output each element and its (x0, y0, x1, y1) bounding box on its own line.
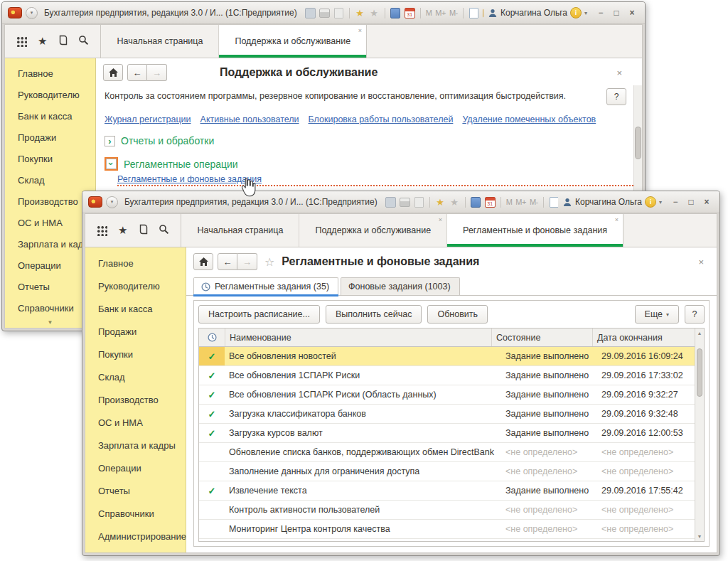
memory-plus-button[interactable]: M+ (515, 198, 526, 206)
user-menu[interactable]: Корчагина Ольга i ▾ (487, 7, 587, 18)
section-reports[interactable]: › Отчеты и обработки (96, 124, 642, 146)
user-menu[interactable]: Корчагина Ольга i ▾ (562, 196, 662, 208)
main-menu-dropdown-icon[interactable]: ▾ (106, 196, 118, 208)
calculator-icon[interactable] (390, 8, 401, 18)
app-logo-icon[interactable] (8, 7, 22, 18)
sections-menu-icon[interactable] (16, 36, 27, 47)
section-label[interactable]: Регламентные операции (124, 159, 238, 170)
sidebar-item-os-nma[interactable]: ОС и НМА (85, 411, 186, 434)
minimize-button[interactable]: − (668, 196, 682, 208)
tab-support[interactable]: Поддержка и обслуживание × (219, 25, 367, 58)
table-row[interactable]: ✓ Все обновления 1СПАРК Риски Задание вы… (199, 366, 704, 385)
sidebar-item-sklad[interactable]: Склад (5, 169, 95, 191)
title-bar[interactable]: ▾ Бухгалтерия предприятия, редакция 3.0 … (82, 191, 719, 213)
save-icon[interactable] (305, 8, 316, 18)
configure-schedule-button[interactable]: Настроить расписание... (198, 305, 320, 324)
scroll-up-icon[interactable]: ▲ (697, 331, 702, 336)
main-menu-dropdown-icon[interactable]: ▾ (26, 7, 38, 19)
scheduled-jobs-link[interactable]: Регламентные и фоновые задания (117, 174, 642, 186)
link-active-users[interactable]: Активные пользователи (200, 114, 299, 124)
sections-menu-icon[interactable] (97, 225, 107, 236)
scroll-down-icon[interactable]: ▼ (697, 534, 702, 539)
favorites-panel-icon[interactable]: ★ (38, 35, 47, 48)
sidebar-item-pokupki[interactable]: Покупки (5, 148, 95, 169)
sidebar-item-pokupki[interactable]: Покупки (85, 343, 186, 365)
scrollbar-thumb[interactable] (697, 348, 702, 397)
favorites-icon[interactable]: ★ (449, 197, 460, 208)
forward-button[interactable]: → (147, 64, 167, 81)
title-bar[interactable]: ▾ Бухгалтерия предприятия, редакция 3.0 … (2, 2, 645, 24)
sidebar-item-spravochniki[interactable]: Справочники (85, 502, 186, 525)
tab-support[interactable]: Поддержка и обслуживание × (299, 214, 447, 247)
search-panel-icon[interactable] (159, 224, 169, 237)
close-button[interactable]: × (700, 196, 714, 208)
back-button[interactable]: ← (218, 253, 237, 270)
info-icon[interactable]: i (570, 7, 582, 18)
table-row[interactable]: Заполнение данных для ограничения доступ… (199, 462, 704, 481)
table-row[interactable]: ✓ Все обновления новостей Задание выполн… (199, 347, 704, 366)
forward-button[interactable]: → (237, 253, 257, 270)
subtab-background-jobs[interactable]: Фоновые задания (1003) (341, 277, 460, 295)
print-preview-icon[interactable] (414, 197, 424, 208)
help-button[interactable]: ? (606, 88, 626, 105)
subtab-scheduled-jobs[interactable]: Регламентные задания (35) (193, 277, 338, 295)
table-row[interactable]: Контроль активности пользователей <не оп… (199, 501, 704, 520)
link-delete-marked[interactable]: Удаление помеченных объектов (462, 114, 596, 124)
add-favorite-icon[interactable]: ★ (355, 8, 365, 18)
table-row[interactable]: ✓ Загрузка классификатора банков Задание… (199, 405, 704, 424)
table-row[interactable]: Наличие новых эд в сервисе ЭДО <не опред… (199, 539, 704, 542)
more-button[interactable]: Еще ▾ (635, 305, 679, 324)
sidebar-item-sklad[interactable]: Склад (85, 365, 186, 388)
sidebar-item-proizvodstvo[interactable]: Производство (85, 388, 186, 411)
save-icon[interactable] (385, 197, 396, 208)
table-header[interactable]: Наименование Состояние Дата окончания (199, 328, 704, 347)
help-button[interactable]: ? (685, 305, 705, 324)
table-row[interactable]: Обновление списка банков, поддерживающих… (199, 443, 704, 462)
sidebar-item-bank[interactable]: Банк и касса (5, 105, 95, 127)
search-panel-icon[interactable] (78, 35, 89, 48)
calculator-icon[interactable] (471, 197, 481, 208)
app-logo-icon[interactable] (88, 196, 102, 208)
print-preview-icon[interactable] (333, 8, 344, 18)
maximize-button[interactable]: □ (609, 7, 623, 19)
print-icon[interactable] (319, 8, 330, 18)
history-icon[interactable] (138, 224, 148, 237)
link-user-lock[interactable]: Блокировка работы пользователей (309, 114, 454, 124)
refresh-button[interactable]: Обновить (427, 305, 488, 324)
sidebar-item-prodazhi[interactable]: Продажи (85, 320, 186, 343)
table-row[interactable]: ✓ Извлечение текста Задание выполнено 29… (199, 481, 704, 501)
sidebar-item-otchety[interactable]: Отчеты (85, 479, 186, 502)
sidebar-item-operacii[interactable]: Операции (85, 456, 186, 479)
column-header-state[interactable]: Состояние (491, 328, 592, 346)
sidebar-item-prodazhi[interactable]: Продажи (5, 127, 95, 148)
tab-home[interactable]: Начальная страница (181, 214, 299, 247)
page-close-icon[interactable]: × (616, 68, 633, 78)
tab-close-icon[interactable]: × (358, 27, 362, 34)
info-dropdown-icon[interactable]: ▾ (584, 10, 587, 16)
memory-plus-button[interactable]: M+ (435, 9, 446, 17)
home-button[interactable] (103, 64, 123, 81)
page-close-icon[interactable]: × (698, 257, 708, 267)
sidebar-item-glavnoe[interactable]: Главное (85, 252, 186, 274)
calendar-icon[interactable]: 31 (485, 197, 496, 208)
info-icon[interactable]: i (645, 196, 656, 208)
sidebar-item-rukovoditelyu[interactable]: Руководителю (5, 84, 95, 105)
link-event-log[interactable]: Журнал регистрации (105, 114, 191, 124)
memory-button[interactable]: M (506, 198, 513, 206)
table-row[interactable]: Мониторинг Центра контроля качества <не … (199, 520, 704, 539)
favorite-star-icon[interactable]: ☆ (264, 255, 274, 269)
favorites-panel-icon[interactable]: ★ (118, 224, 127, 237)
sidebar-item-administrirovanie[interactable]: Администрирование (85, 525, 186, 547)
history-icon[interactable] (58, 35, 68, 48)
tab-close-icon[interactable]: × (439, 216, 442, 223)
table-scrollbar[interactable]: ▲ ▼ (695, 328, 704, 541)
print-icon[interactable] (400, 197, 410, 208)
new-document-icon[interactable] (549, 197, 558, 208)
favorites-icon[interactable]: ★ (369, 8, 380, 18)
section-label[interactable]: Отчеты и обработки (121, 135, 214, 146)
memory-minus-button[interactable]: M- (449, 9, 458, 17)
expand-icon[interactable]: › (105, 136, 115, 146)
tab-close-icon[interactable]: × (615, 216, 619, 223)
calendar-icon[interactable]: 31 (405, 8, 415, 18)
run-now-button[interactable]: Выполнить сейчас (326, 305, 422, 324)
